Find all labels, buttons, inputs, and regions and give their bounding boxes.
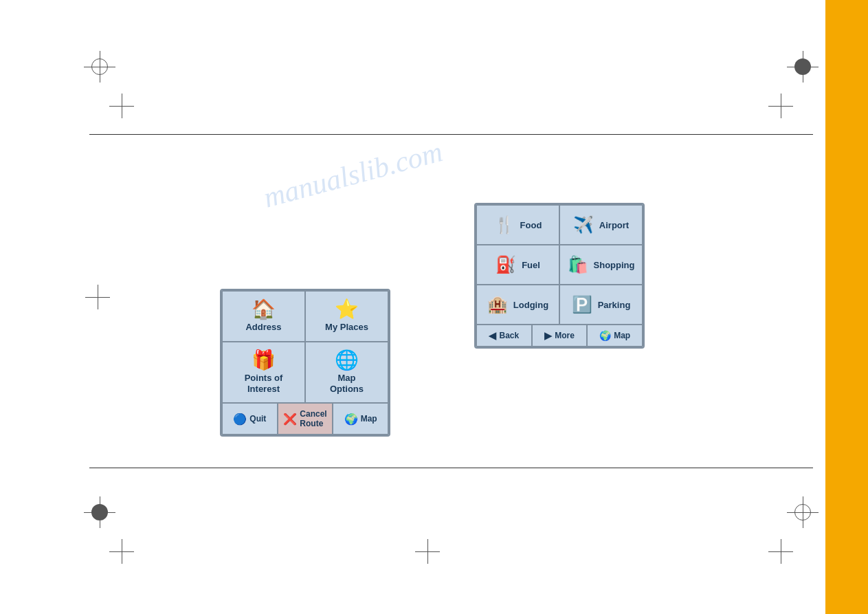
food-button[interactable]: 🍴 Food xyxy=(477,206,559,244)
parking-button[interactable]: 🅿️ Parking xyxy=(560,285,642,324)
map-options-button[interactable]: 🌐 Map Options xyxy=(306,342,388,402)
poi-more-button[interactable]: ▶ More xyxy=(533,325,587,346)
right-sidebar xyxy=(825,0,868,614)
shopping-label: Shopping xyxy=(594,260,635,270)
poi-map-button[interactable]: 🌍 Map xyxy=(588,325,642,346)
crosshair-tl xyxy=(89,56,110,77)
cancel-route-button[interactable]: ❌ Cancel Route xyxy=(278,404,333,434)
nav-bottom-bar: 🔵 Quit ❌ Cancel Route 🌍 Map xyxy=(221,404,389,435)
poi-map-label: Map xyxy=(614,331,630,340)
nav-menu: 🏠 Address ⭐ My Places 🎁 Points of Intere… xyxy=(220,289,390,437)
map-options-icon: 🌐 xyxy=(335,351,359,370)
quit-label: Quit xyxy=(249,414,266,424)
address-label: Address xyxy=(245,322,281,333)
food-label: Food xyxy=(520,220,542,230)
map-icon: 🌍 xyxy=(344,413,358,426)
bottom-rule xyxy=(89,468,813,468)
map-button[interactable]: 🌍 Map xyxy=(333,404,388,434)
fuel-button[interactable]: ⛽ Fuel xyxy=(477,245,559,284)
crosshair-bc xyxy=(419,543,436,560)
poi-bottom-bar: ◀ Back ▶ More 🌍 Map xyxy=(476,325,643,347)
quit-icon: 🔵 xyxy=(233,413,247,426)
poi-more-icon: ▶ xyxy=(544,330,552,341)
poi-grid: 🍴 Food ✈️ Airport ⛽ Fuel 🛍️ Shopping 🏨 L… xyxy=(476,204,643,325)
left-mid-crosshair xyxy=(89,289,106,305)
airport-button[interactable]: ✈️ Airport xyxy=(560,206,642,244)
food-icon: 🍴 xyxy=(494,217,515,233)
lodging-icon: 🏨 xyxy=(487,296,508,313)
crosshair-br xyxy=(792,502,813,523)
parking-label: Parking xyxy=(598,300,631,310)
lodging-button[interactable]: 🏨 Lodging xyxy=(477,285,559,324)
poi-menu: 🍴 Food ✈️ Airport ⛽ Fuel 🛍️ Shopping 🏨 L… xyxy=(474,203,645,349)
fuel-label: Fuel xyxy=(522,260,540,270)
address-icon: 🏠 xyxy=(252,300,276,319)
my-places-label: My Places xyxy=(325,322,368,333)
poi-map-icon: 🌍 xyxy=(599,330,611,341)
nav-grid: 🏠 Address ⭐ My Places 🎁 Points of Intere… xyxy=(221,290,389,404)
address-button[interactable]: 🏠 Address xyxy=(223,292,304,341)
map-options-label: Map Options xyxy=(330,373,364,394)
crosshair-br2 xyxy=(772,543,789,560)
crosshair-bl2 xyxy=(113,543,130,560)
poi-back-icon: ◀ xyxy=(489,330,496,341)
crosshair-tl2 xyxy=(113,98,130,114)
poi-more-label: More xyxy=(555,331,575,340)
lodging-label: Lodging xyxy=(513,300,548,310)
my-places-icon: ⭐ xyxy=(335,300,359,319)
poi-label: Points of Interest xyxy=(245,373,283,394)
map-label: Map xyxy=(361,414,377,424)
points-of-interest-button[interactable]: 🎁 Points of Interest xyxy=(223,342,304,402)
parking-icon: 🅿️ xyxy=(572,296,592,313)
airport-icon: ✈️ xyxy=(573,217,594,233)
cancel-route-icon: ❌ xyxy=(283,413,297,426)
top-rule xyxy=(89,134,813,135)
quit-button[interactable]: 🔵 Quit xyxy=(223,404,277,434)
watermark: manualslib.com xyxy=(260,135,445,215)
fuel-icon: ⛽ xyxy=(496,256,516,273)
my-places-button[interactable]: ⭐ My Places xyxy=(306,292,388,341)
poi-back-button[interactable]: ◀ Back xyxy=(477,325,531,346)
crosshair-tr xyxy=(792,56,813,77)
poi-back-label: Back xyxy=(499,331,519,340)
shopping-icon: 🛍️ xyxy=(568,256,588,273)
crosshair-bl xyxy=(89,502,110,523)
shopping-button[interactable]: 🛍️ Shopping xyxy=(560,245,642,284)
airport-label: Airport xyxy=(599,220,629,230)
poi-icon: 🎁 xyxy=(252,351,276,370)
cancel-route-label: Cancel Route xyxy=(300,409,326,428)
crosshair-tr2 xyxy=(772,98,789,114)
